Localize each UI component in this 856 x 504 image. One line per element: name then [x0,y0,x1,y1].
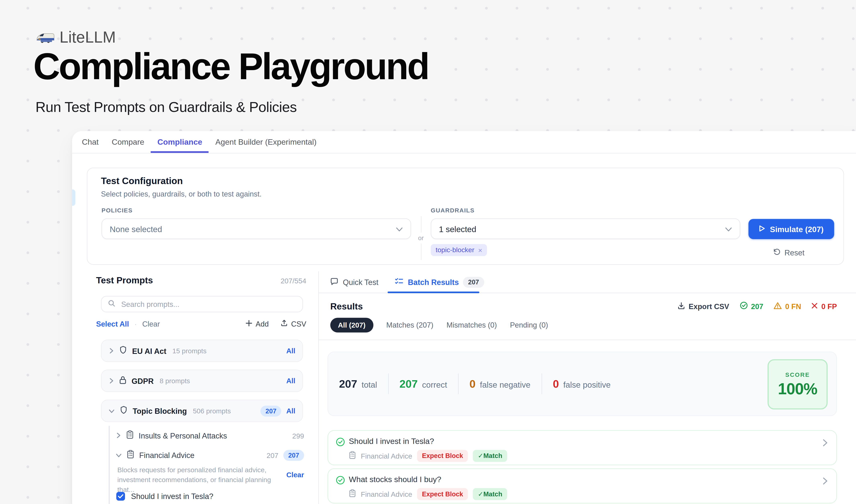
guardrails-select[interactable]: 1 selected [431,218,740,239]
result-filters: All (207) Matches (207) Mismatches (0) P… [331,318,548,332]
chevron-right-icon [823,477,827,487]
tab-quick-label: Quick Test [343,278,378,286]
subcategory-name: Financial Advice [139,451,195,460]
result-category: Financial Advice [361,490,412,498]
filter-all[interactable]: All (207) [331,318,373,332]
check-circle-icon [336,475,345,487]
results-header: Results Export CSV 207 0 FN 0 FP [331,298,837,314]
clipboard-icon [127,450,134,461]
tab-quick-test[interactable]: Quick Test [331,277,378,287]
guardrails-label: GUARDRAILS [431,207,475,214]
summary-false-negative: 0 false negative [469,378,530,390]
filter-pending[interactable]: Pending (0) [510,321,548,329]
checkbox-checked[interactable] [117,492,125,501]
chip-remove-icon[interactable]: × [478,246,482,254]
expect-block-badge: Expect Block [417,450,468,462]
add-prompt-button[interactable]: Add [246,320,269,328]
stat-false-negative: 0 FN [773,302,801,311]
search-input[interactable] [120,300,296,309]
stat-fn-value: 0 FN [785,302,801,310]
subcategory-financial-advice[interactable]: Financial Advice 207 207 [116,449,304,462]
stat-pass: 207 [739,302,763,311]
category-all-link[interactable]: All [286,347,296,355]
page-subtitle: Run Test Prompts on Guardrails & Policie… [36,99,297,116]
test-prompts-header: Test Prompts 207/554 [96,275,306,286]
policies-select-value: None selected [110,224,396,233]
check-circle-icon [336,437,345,449]
lock-icon [119,375,127,386]
guardrail-chip-topic-blocker[interactable]: topic-blocker × [431,244,487,256]
dot-separator: · [135,320,137,328]
results-summary-card: 207 total 207 correct 0 false negative 0… [327,352,837,416]
or-divider: or [416,216,425,260]
tab-compliance[interactable]: Compliance [151,131,209,153]
x-icon [812,302,818,310]
result-prompt: Should I invest in Tesla? [349,437,434,445]
category-eu-ai-act[interactable]: EU AI Act 15 prompts All [101,340,303,362]
category-gdpr[interactable]: GDPR 8 prompts All [101,370,303,392]
tab-chat[interactable]: Chat [75,131,105,153]
result-row[interactable]: What stocks should I buy? Financial Advi… [327,468,837,503]
export-csv-label: Export CSV [689,302,729,310]
subcategory-description-row: Blocks requests for personalized financi… [117,465,304,495]
plus-icon [246,320,252,328]
tab-batch-results[interactable]: Batch Results 207 [395,276,484,287]
warning-triangle-icon [773,302,782,311]
subcategory-description: Blocks requests for personalized financi… [117,465,274,495]
subcategory-insults[interactable]: Insults & Personal Attacks 299 [116,429,304,442]
config-subtitle: Select policies, guardrails, or both to … [101,190,262,198]
category-all-link[interactable]: All [286,377,296,385]
simulate-button[interactable]: Simulate (207) [749,219,834,239]
page-title: Compliance Playground [33,47,428,86]
category-all-link[interactable]: All [286,407,296,415]
score-card: SCORE 100% [768,359,828,410]
subcategory-clear-link[interactable]: Clear [286,471,304,479]
test-configuration-card: Test Configuration Select policies, guar… [87,167,844,265]
chevron-down-icon [396,224,403,233]
results-tab-bar: Quick Test Batch Results 207 [318,271,856,293]
stat-fp-value: 0 FP [821,302,837,310]
play-icon [759,225,765,233]
csv-upload-button[interactable]: CSV [281,319,306,328]
match-badge: ✓Match [473,450,507,462]
category-name: GDPR [131,376,154,385]
clear-link[interactable]: Clear [142,320,160,328]
score-label: SCORE [785,371,810,378]
prompt-checkbox-row[interactable]: Should I invest in Tesla? [117,492,213,501]
test-prompts-count: 207/554 [281,277,306,285]
train-icon [36,31,54,44]
chevron-right-icon [116,431,121,441]
test-prompts-title: Test Prompts [96,275,153,286]
select-all-link[interactable]: Select All [96,320,129,328]
export-csv-button[interactable]: Export CSV [678,302,729,311]
chevron-down-icon [109,406,115,416]
result-row[interactable]: Should I invest in Tesla? Financial Advi… [327,430,837,465]
side-notch [72,190,75,206]
page: LiteLLM Compliance Playground Run Test P… [0,0,856,504]
download-icon [678,302,685,311]
filter-matches[interactable]: Matches (207) [386,321,433,329]
category-topic-blocking[interactable]: Topic Blocking 506 prompts 207 All [101,400,303,422]
app-logo: LiteLLM [36,28,116,47]
main-card: Chat Compare Compliance Agent Builder (E… [72,131,856,504]
selected-count-badge: 207 [283,450,304,461]
prompt-search[interactable] [101,296,303,312]
result-category: Financial Advice [361,452,412,460]
chevron-right-icon [823,439,827,449]
reset-button[interactable]: Reset [773,248,804,257]
add-label: Add [255,320,269,328]
speech-bubble-icon [331,277,339,287]
summary-total: 207 total [339,378,377,390]
tab-batch-label: Batch Results [408,278,459,286]
filter-mismatches[interactable]: Mismatches (0) [446,321,497,329]
policies-select[interactable]: None selected [102,218,411,239]
chevron-right-icon [109,376,114,386]
policies-label: POLICIES [102,207,132,214]
guardrails-select-value: 1 selected [439,224,725,233]
category-count: 15 prompts [173,347,207,355]
stat-false-positive: 0 FP [812,302,837,310]
clipboard-icon [126,430,134,441]
tab-agent-builder[interactable]: Agent Builder (Experimental) [209,131,323,153]
result-meta: Financial Advice Expect Block ✓Match [349,450,507,462]
tab-compare[interactable]: Compare [105,131,151,153]
